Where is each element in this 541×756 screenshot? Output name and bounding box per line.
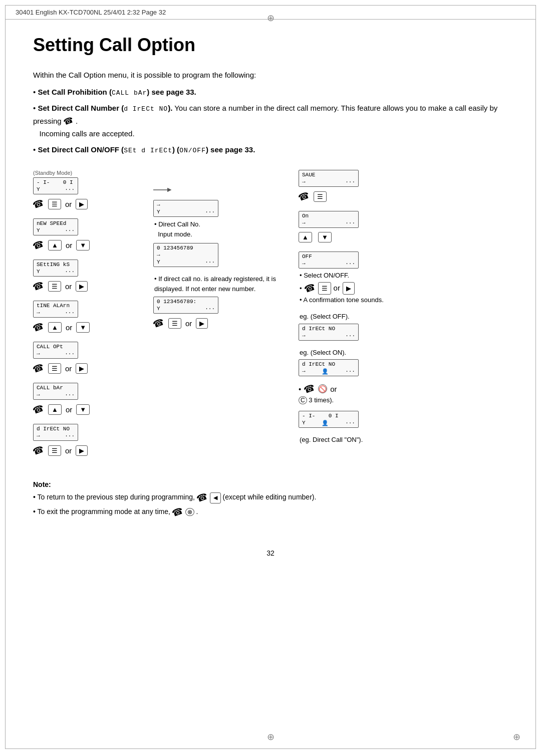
lcd-lc2-icon1: Y (37, 227, 40, 233)
lcd-rc1-icon2: ··· (345, 179, 355, 185)
menu-key-mc2[interactable]: ☰ (168, 318, 181, 329)
or-lc6: or (66, 405, 72, 414)
up-key-lc6[interactable]: ▲ (48, 404, 62, 415)
menu-key-lc3[interactable]: ☰ (48, 281, 61, 292)
intro-paragraph: Within the Call Option menu, it is possi… (33, 70, 508, 81)
step-row-lc4: ☎ ▲ or ▼ (33, 322, 148, 333)
dn-key-lc2[interactable]: ▼ (76, 240, 90, 250)
note-section: Note: • To return to the previous step d… (33, 479, 508, 519)
right-key-lc3[interactable]: ▶ (76, 281, 88, 292)
step-rc1: SAUE →··· ☎ ☰ (299, 170, 508, 204)
lcd-rc3-icon1: → (302, 261, 306, 267)
dn-key-lc4[interactable]: ▼ (76, 322, 90, 333)
header-bar: 30401 English KX-TCD700NL 25/4/01 2:32 P… (6, 6, 535, 20)
handset-lc6: ☎ (32, 402, 46, 416)
lcd-rc4-line1: d IrECt NO (302, 326, 335, 332)
handset-lc3: ☎ (32, 279, 46, 293)
handset-lc4: ☎ (32, 320, 46, 334)
page-title: Setting Call Option (33, 35, 508, 56)
right-key-rc3[interactable]: ▶ (343, 282, 355, 295)
handset-lc7: ☎ (32, 443, 46, 457)
handset-lc2: ☎ (32, 238, 46, 252)
rc6-row: • ☎ 🚫 or (299, 383, 508, 394)
right-key-lc5[interactable]: ▶ (76, 363, 88, 374)
up-key-lc2[interactable]: ▲ (48, 240, 62, 250)
left-to-mid-arrow (153, 185, 294, 195)
lcd-lc5: CALL OPt →··· (33, 342, 78, 359)
arrow-svg (153, 185, 173, 195)
handset-mc2: ☎ (152, 316, 166, 330)
back-key-note1[interactable]: ◀ (210, 492, 221, 503)
right-key-lc7[interactable]: ▶ (76, 445, 88, 456)
dn-key-rc2[interactable]: ▼ (318, 232, 332, 242)
lcd-mc2-wrap: 0 123456789: Y··· (153, 297, 294, 314)
crosshair-top: ⊕ (267, 13, 275, 24)
lcd-lc2-icon2: ··· (65, 227, 75, 233)
lcd-lc3-icon2: ··· (65, 269, 75, 275)
bullet-marker: • (33, 88, 38, 96)
step-row-rc1: ☎ ☰ (299, 191, 508, 202)
bullet-marker3: • (33, 145, 38, 154)
mid-column: → Y··· • Direct Call No. Input mode. 0 1… (153, 170, 294, 338)
or-mc2: or (185, 319, 192, 328)
handset-note1: ☎ (195, 489, 210, 507)
mc2-text: • If direct call no. is already register… (154, 275, 276, 293)
lcd-lc1: - I- 0 I Y··· (33, 177, 78, 194)
menu-key-rc1[interactable]: ☰ (314, 191, 327, 202)
lcd-lc1-icon1: Y (37, 186, 40, 192)
lcd-lc4-icon2: ··· (65, 310, 75, 316)
mc1-bullet: • Direct Call No. Input mode. (154, 220, 200, 238)
crosshair-bottom: ⊕ (267, 731, 275, 742)
step-lc4: tINE ALArn →··· ☎ ▲ or ▼ (33, 301, 148, 335)
lcd-rc3-line1: OFF (302, 254, 312, 260)
menu-key-lc5[interactable]: ☰ (48, 363, 61, 374)
mc2-desc: • If direct call no. is already register… (154, 274, 294, 294)
menu-key-lc1[interactable]: ☰ (48, 199, 61, 209)
note-line-1: • To return to the previous step during … (33, 490, 508, 505)
lcd-rc7: - I- 0 I Y 👤 ··· (299, 411, 359, 428)
bullet-code-3b: ON/OFF (179, 147, 206, 154)
lcd-lc5-icon1: → (37, 351, 40, 357)
handset-rc6: ☎ (303, 382, 317, 396)
no-icon-note2: ⊗ (185, 508, 194, 516)
note-title: Note: (33, 480, 51, 488)
lcd-lc7-icon1: → (37, 433, 40, 439)
lcd-lc6-icon2: ··· (65, 392, 75, 398)
handset-rc1: ☎ (297, 189, 311, 203)
step-rc8: (eg. Direct Call "ON"). (299, 435, 508, 445)
up-key-rc2[interactable]: ▲ (299, 232, 312, 242)
page-number: 32 (6, 549, 535, 562)
note-bullet-2: • To exit the programming mode at any ti… (33, 508, 172, 516)
bullet-call-prohibition: • Set Call Prohibition (CALL bAr) see pa… (33, 86, 508, 99)
rc6-bullet: • (299, 385, 301, 393)
diagram-area: (Standby Mode) - I- 0 I Y··· ☎ ☰ or ▶ (33, 170, 508, 465)
lcd-lc6-icon1: → (37, 392, 40, 398)
bullet-separator-3: ) ( (172, 145, 179, 154)
right-key-lc1[interactable]: ▶ (76, 199, 88, 209)
step-mc1: → Y··· • Direct Call No. Input mode. 0 1… (153, 200, 294, 267)
lcd-mc1-top: → Y··· (153, 200, 218, 217)
step-row-lc5: ☎ ☰ or ▶ (33, 363, 148, 374)
rc3-bullet2: • (300, 284, 302, 294)
lcd-mc2-line1: 0 123456789: (157, 299, 196, 305)
bullet-label-1: Set Call Prohibition ( (38, 88, 112, 96)
lcd-mc2: 0 123456789: Y··· (153, 297, 218, 314)
menu-key-rc3[interactable]: ☰ (318, 282, 331, 295)
content-area: Setting Call Option Within the Call Opti… (6, 20, 535, 539)
dn-key-lc6[interactable]: ▼ (76, 404, 90, 415)
lcd-mc1-bottom: 0 123456789 → Y··· (153, 243, 218, 267)
up-key-lc4[interactable]: ▲ (48, 322, 62, 333)
lcd-rc2-icon1: → (302, 220, 306, 226)
lcd-mc1-b-icon4: ··· (205, 259, 215, 265)
lcd-rc5-line1: d IrECt NO (302, 361, 335, 367)
rc6-3times: 3 times). (309, 396, 334, 404)
menu-key-lc7[interactable]: ☰ (48, 445, 61, 456)
lcd-rc2: On →··· (299, 211, 359, 228)
lcd-lc5-line1: CALL OPt (37, 344, 63, 350)
handset-note2: ☎ (170, 503, 186, 521)
right-key-mc2[interactable]: ▶ (196, 318, 208, 329)
lcd-lc3-line1: SEttING kS (37, 262, 70, 268)
or-lc4: or (66, 323, 72, 332)
right-column: SAUE →··· ☎ ☰ On →··· ▲ (299, 170, 508, 452)
lcd-lc6: CALL bAr →··· (33, 383, 78, 400)
